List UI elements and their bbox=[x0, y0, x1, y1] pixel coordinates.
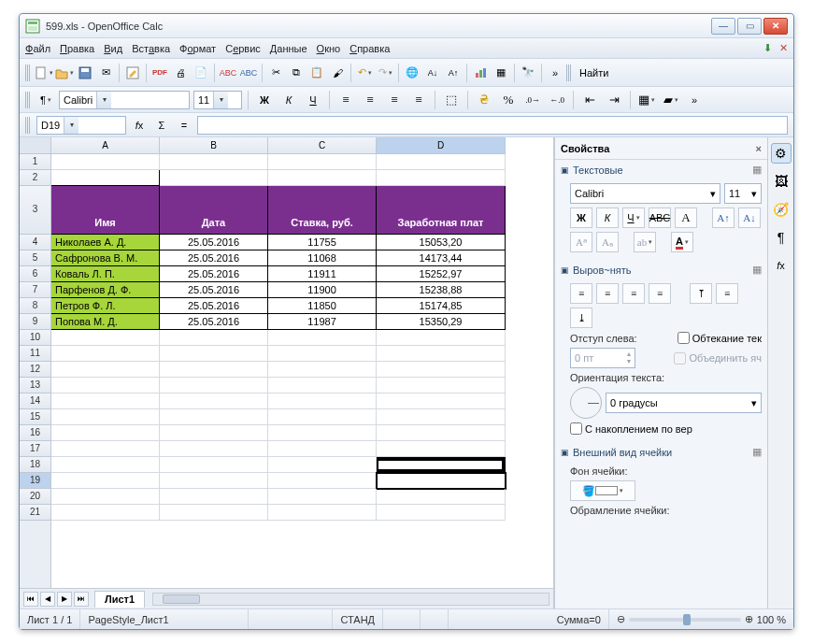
cell[interactable] bbox=[268, 505, 377, 521]
font-size-combo[interactable]: 11▾ bbox=[193, 91, 242, 109]
zoom-slider[interactable] bbox=[629, 618, 741, 622]
select-all-corner[interactable] bbox=[20, 137, 50, 154]
panel-font-color-button[interactable]: A bbox=[671, 232, 693, 252]
next-sheet-button[interactable]: ▶ bbox=[57, 592, 72, 607]
cell[interactable]: Коваль Л. П. bbox=[51, 266, 160, 282]
cell[interactable] bbox=[377, 409, 506, 425]
cell[interactable] bbox=[377, 170, 506, 186]
cell[interactable] bbox=[160, 425, 268, 441]
cell[interactable] bbox=[377, 505, 506, 521]
zoom-level[interactable]: 100 % bbox=[757, 614, 786, 625]
cell[interactable]: Парфенов Д. Ф. bbox=[51, 282, 160, 298]
status-mode[interactable]: СТАНД bbox=[333, 609, 383, 629]
panel-align-left[interactable]: ≡ bbox=[570, 283, 592, 304]
cell[interactable] bbox=[51, 441, 160, 457]
paste-button[interactable]: 📋 bbox=[307, 64, 326, 82]
horizontal-scrollbar[interactable] bbox=[152, 593, 549, 606]
cell[interactable] bbox=[377, 457, 506, 473]
cell[interactable]: 25.05.2016 bbox=[160, 314, 268, 330]
cell[interactable] bbox=[160, 154, 268, 170]
panel-align-right[interactable]: ≡ bbox=[622, 283, 645, 304]
cell[interactable] bbox=[51, 330, 160, 346]
grid[interactable]: 123456789101112131415161718192021 ABCD И… bbox=[20, 137, 553, 588]
section-align[interactable]: ▣Выров~нять▦ bbox=[555, 260, 767, 279]
column-header[interactable]: C bbox=[268, 137, 377, 154]
function-wizard-button[interactable]: fx bbox=[130, 116, 149, 135]
last-sheet-button[interactable]: ⏭ bbox=[74, 592, 89, 607]
panel-italic-button[interactable]: К bbox=[596, 208, 619, 228]
toolbar-handle[interactable] bbox=[25, 64, 31, 81]
cell[interactable] bbox=[377, 441, 506, 457]
row-header[interactable]: 21 bbox=[20, 505, 50, 521]
cell[interactable] bbox=[377, 154, 506, 170]
row-header[interactable]: 16 bbox=[20, 425, 50, 441]
chart-button[interactable] bbox=[471, 64, 490, 82]
toolbar-more-icon[interactable]: » bbox=[685, 91, 704, 109]
close-button[interactable]: ✕ bbox=[763, 18, 788, 35]
menu-edit[interactable]: Правка bbox=[60, 43, 94, 54]
row-header[interactable]: 9 bbox=[20, 314, 50, 330]
percent-button[interactable]: % bbox=[498, 91, 519, 109]
cell[interactable] bbox=[51, 378, 160, 394]
cell[interactable] bbox=[160, 505, 268, 521]
row-header[interactable]: 15 bbox=[20, 409, 50, 425]
cell[interactable]: 11068 bbox=[268, 250, 377, 266]
row-header[interactable]: 18 bbox=[20, 457, 50, 473]
redo-button[interactable]: ↷ bbox=[376, 64, 394, 82]
cell[interactable] bbox=[377, 473, 506, 489]
cell[interactable]: 11900 bbox=[268, 282, 377, 298]
zoom-out-icon[interactable]: ⊖ bbox=[617, 613, 625, 625]
underline-button[interactable]: Ч bbox=[303, 91, 323, 109]
panel-valign-middle[interactable]: ≡ bbox=[716, 283, 738, 304]
font-name-combo[interactable]: Calibri▾ bbox=[59, 91, 190, 109]
autospell-button[interactable]: ABC bbox=[239, 64, 258, 82]
cell[interactable] bbox=[160, 473, 268, 489]
styles-button[interactable]: ¶ bbox=[36, 91, 55, 109]
remove-decimal-button[interactable]: ←.0 bbox=[547, 91, 567, 109]
cell[interactable] bbox=[51, 489, 160, 505]
cell[interactable] bbox=[268, 409, 377, 425]
italic-button[interactable]: К bbox=[278, 91, 299, 109]
cell[interactable] bbox=[51, 505, 160, 521]
cell[interactable]: 25.05.2016 bbox=[160, 250, 268, 266]
cell[interactable] bbox=[268, 473, 377, 489]
cell[interactable]: 15174,85 bbox=[377, 298, 506, 314]
menu-tools[interactable]: Сервис bbox=[225, 43, 261, 54]
cell[interactable] bbox=[268, 489, 377, 505]
cell[interactable] bbox=[51, 473, 160, 489]
minimize-button[interactable]: — bbox=[711, 18, 735, 35]
row-header[interactable]: 17 bbox=[20, 441, 50, 457]
cell[interactable]: 15350,29 bbox=[377, 314, 506, 330]
sheet-tab[interactable]: Лист1 bbox=[94, 591, 145, 608]
stacked-checkbox[interactable]: С накоплением по вер bbox=[570, 422, 692, 435]
menu-file[interactable]: Файл bbox=[25, 43, 50, 54]
sidebar-gallery-icon[interactable]: 🖼 bbox=[771, 171, 792, 192]
column-header[interactable]: D bbox=[377, 137, 506, 154]
cell[interactable] bbox=[51, 457, 160, 473]
cell[interactable] bbox=[377, 378, 506, 394]
fill-color-picker[interactable]: 🪣 bbox=[570, 480, 635, 501]
panel-shadow-button[interactable]: A bbox=[675, 208, 697, 228]
menu-format[interactable]: Формат bbox=[179, 43, 216, 54]
sort-asc-button[interactable]: A↓ bbox=[423, 64, 442, 82]
menu-close-icon[interactable]: ✕ bbox=[779, 42, 788, 54]
cell[interactable]: Николаев А. Д. bbox=[51, 235, 160, 250]
menu-window[interactable]: Окно bbox=[317, 43, 341, 54]
format-paintbrush-button[interactable]: 🖌 bbox=[328, 64, 347, 82]
panel-strike-button[interactable]: ABC bbox=[649, 208, 671, 228]
cell[interactable] bbox=[160, 170, 268, 186]
pdf-export-button[interactable]: PDF bbox=[150, 64, 169, 82]
cell[interactable] bbox=[268, 330, 377, 346]
panel-shrink-font-button[interactable]: A↓ bbox=[738, 208, 761, 228]
panel-bold-button[interactable]: Ж bbox=[570, 208, 592, 228]
cell[interactable] bbox=[268, 362, 377, 378]
copy-button[interactable]: ⧉ bbox=[287, 64, 306, 82]
menu-insert[interactable]: Вставка bbox=[132, 43, 170, 54]
menu-data[interactable]: Данные bbox=[270, 43, 307, 54]
status-sum[interactable]: Сумма=0 bbox=[449, 609, 609, 629]
row-header[interactable]: 2 bbox=[20, 170, 50, 186]
show-grid-button[interactable]: ▦ bbox=[492, 64, 510, 82]
align-right-button[interactable]: ≡ bbox=[384, 91, 405, 109]
cell[interactable] bbox=[377, 330, 506, 346]
undo-button[interactable]: ↶ bbox=[355, 64, 374, 82]
